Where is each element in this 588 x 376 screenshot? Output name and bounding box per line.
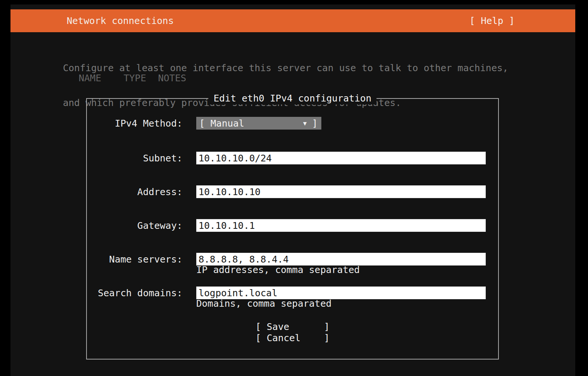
- address-row: Address:: [87, 185, 498, 198]
- save-button-label: Save: [267, 321, 324, 332]
- subnet-label: Subnet:: [87, 153, 182, 164]
- chevron-down-icon: ▼: [303, 120, 307, 127]
- gateway-input[interactable]: [196, 219, 486, 232]
- cancel-bracket-close: ]: [324, 333, 330, 343]
- save-bracket-close: ]: [324, 321, 330, 332]
- gateway-label: Gateway:: [87, 220, 182, 231]
- column-header-notes: NOTES: [158, 73, 186, 84]
- intro-line-1: Configure at least one interface this se…: [63, 62, 508, 74]
- column-header-type: TYPE: [124, 73, 146, 84]
- column-header-name: NAME: [79, 73, 101, 84]
- search-domains-input[interactable]: [196, 286, 486, 299]
- installer-screen: Network connections [ Help ] Configure a…: [10, 4, 575, 376]
- name-servers-row: Name servers:: [87, 253, 498, 266]
- dropdown-bracket-close: ]: [312, 118, 318, 129]
- search-domains-label: Search domains:: [87, 288, 182, 298]
- save-button[interactable]: [ Save ]: [255, 321, 330, 332]
- gateway-row: Gateway:: [87, 219, 498, 232]
- page-title: Network connections: [67, 15, 174, 26]
- cancel-button-label: Cancel: [267, 333, 324, 343]
- dropdown-bracket-open: [: [199, 118, 205, 129]
- cancel-bracket-open: [: [255, 333, 261, 343]
- name-servers-hint: IP addresses, comma separated: [196, 264, 360, 275]
- header-bar: Network connections [ Help ]: [10, 9, 575, 32]
- dialog-title: Edit eth0 IPv4 configuration: [208, 93, 376, 104]
- search-domains-row: Search domains:: [87, 286, 498, 299]
- address-label: Address:: [87, 187, 182, 197]
- interface-list-headers: NAME TYPE NOTES: [10, 73, 575, 84]
- ipv4-method-row: IPv4 Method: [ Manual ▼ ]: [87, 117, 498, 130]
- save-bracket-open: [: [255, 321, 261, 332]
- ipv4-method-dropdown[interactable]: [ Manual ▼ ]: [196, 117, 321, 130]
- ipv4-method-label: IPv4 Method:: [87, 118, 182, 129]
- address-input[interactable]: [196, 185, 486, 198]
- edit-ipv4-dialog: Edit eth0 IPv4 configuration IPv4 Method…: [86, 98, 499, 360]
- name-servers-label: Name servers:: [87, 254, 182, 265]
- subnet-input[interactable]: [196, 152, 486, 164]
- cancel-button[interactable]: [ Cancel ]: [255, 333, 330, 343]
- help-button[interactable]: [ Help ]: [470, 15, 515, 26]
- ipv4-method-value: Manual: [210, 118, 303, 129]
- name-servers-input[interactable]: [196, 253, 486, 266]
- search-domains-hint: Domains, comma separated: [196, 298, 331, 309]
- subnet-row: Subnet:: [87, 152, 498, 164]
